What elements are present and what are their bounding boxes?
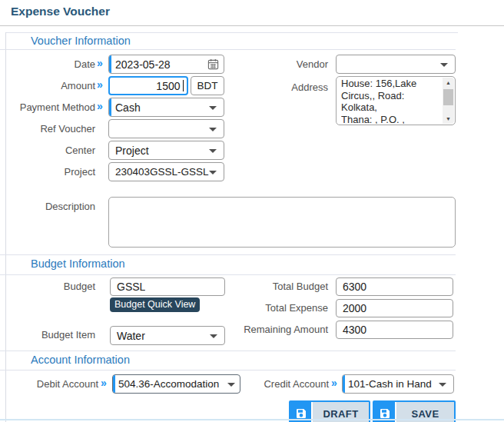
budget-label: Budget [0,281,95,292]
amount-required-icon: » [97,79,103,90]
panel-top-border [5,32,458,33]
budget-item-label: Budget Item [0,329,95,341]
focus-accent-bar [113,375,115,393]
address-textarea[interactable]: House: 156,Lake Circus,, Road: Kolkata, … [336,76,456,125]
budget-item-select[interactable]: Water [110,326,225,345]
calendar-icon[interactable] [207,58,219,72]
page-title: Expense Voucher [11,5,110,18]
payment-method-required-icon: » [97,101,103,111]
expense-voucher-page: Expense Voucher Voucher Information Date… [0,0,504,422]
budget-information-heading: Budget Information [31,258,125,270]
ref-voucher-label: Ref Voucher [0,123,95,135]
address-value: House: 156,Lake Circus,, Road: Kolkata, … [341,78,440,124]
chevron-down-icon [209,128,217,131]
amount-input[interactable]: 1500 [108,76,188,95]
voucher-information-heading: Voucher Information [31,35,131,47]
scrollbar-thumb[interactable] [443,89,453,105]
description-label: Description [0,201,95,212]
scroll-down-arrow-icon[interactable]: ▼ [443,115,454,123]
center-label: Center [0,145,95,156]
chevron-down-icon [439,383,446,387]
total-budget-label: Total Budget [230,281,328,292]
center-value: Project [109,145,149,157]
budget-item-value: Water [111,330,145,342]
amount-value: 1500 [150,80,181,92]
currency-value: BDT [197,80,218,91]
focus-accent-bar [109,55,111,73]
footer-divider [0,419,504,420]
budget-section-divider-top [0,254,456,255]
date-input[interactable]: 2023-05-28 [108,55,224,74]
chevron-down-icon [440,63,448,67]
total-expense-value: 2000 [337,302,366,314]
debit-account-required-icon: » [101,377,107,388]
account-heading-divider [0,370,456,370]
project-select[interactable]: 230403GSSL-GSSL [108,162,224,181]
date-required-icon: » [97,58,103,68]
budget-input[interactable]: GSSL [110,277,225,296]
payment-method-select[interactable]: Cash [108,98,224,117]
currency-box: BDT [191,76,224,95]
debit-account-select[interactable]: 504.36-Accomodation [112,374,240,394]
budget-quick-view-tooltip[interactable]: Budget Quick View [110,297,200,312]
remaining-amount-value: 4300 [337,324,366,336]
project-value: 230403GSSL-GSSL [109,166,209,178]
credit-account-label: Credit Account [230,378,329,390]
payment-method-value: Cash [109,101,141,114]
credit-account-value: 101-Cash in Hand [343,378,432,390]
account-information-heading: Account Information [31,354,130,366]
remaining-amount-input[interactable]: 4300 [336,321,453,339]
total-budget-input[interactable]: 6300 [336,277,453,296]
chevron-down-icon [209,171,217,174]
total-expense-input[interactable]: 2000 [336,299,453,317]
amount-label: Amount [0,80,95,91]
credit-account-required-icon: » [331,377,337,388]
header-divider [0,25,504,26]
account-section-divider-top [0,351,456,351]
voucher-heading-divider [0,49,456,50]
text-cursor [183,80,184,91]
debit-account-value: 504.36-Accomodation [113,378,219,390]
budget-heading-divider [0,274,456,275]
remaining-amount-label: Remaining Amount [230,324,328,335]
date-label: Date [0,58,95,70]
description-textarea[interactable] [108,197,456,248]
address-label: Address [230,81,328,93]
project-label: Project [0,166,95,178]
description-value [114,198,440,246]
debit-account-label: Debit Account [0,378,98,390]
credit-account-select[interactable]: 101-Cash in Hand [342,374,454,394]
budget-value: GSSL [111,281,145,293]
chevron-down-icon [209,149,217,153]
address-scrollbar[interactable]: ▲ ▼ [443,78,454,124]
total-expense-label: Total Expense [230,302,328,314]
scroll-up-arrow-icon[interactable]: ▲ [443,78,454,87]
vendor-label: Vendor [230,58,328,70]
center-select[interactable]: Project [108,141,224,160]
chevron-down-icon [210,334,217,338]
focus-accent-bar [109,98,111,116]
payment-method-label: Payment Method [0,101,95,113]
total-budget-value: 6300 [337,281,366,293]
focus-accent-bar [343,375,345,393]
date-value: 2023-05-28 [109,58,171,71]
chevron-down-icon [209,106,217,110]
vendor-select[interactable] [336,55,456,74]
ref-voucher-select[interactable] [108,119,224,138]
